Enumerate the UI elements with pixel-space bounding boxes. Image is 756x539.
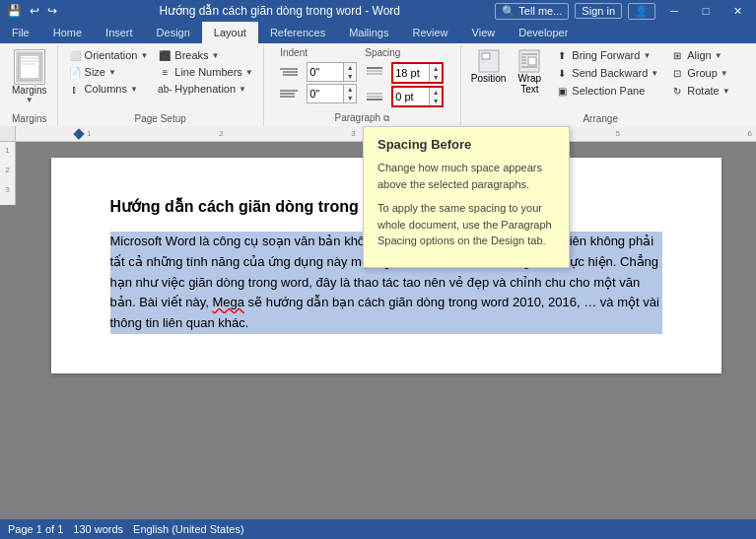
selection-pane-button[interactable]: ▣ Selection Pane <box>551 83 662 99</box>
size-arrow: ▼ <box>108 68 116 77</box>
undo-qat-button[interactable]: ↩ <box>27 3 42 19</box>
spacing-after-down[interactable]: ▼ <box>430 97 442 105</box>
margins-label: Margins <box>12 85 47 96</box>
sign-in-button[interactable]: Sign in <box>575 3 622 19</box>
hyphenation-arrow: ▼ <box>239 85 246 94</box>
line-numbers-button[interactable]: ≡ Line Numbers ▼ <box>154 64 256 80</box>
indent-right-icon <box>280 88 300 98</box>
ruler-n5: 5 <box>615 129 619 138</box>
margins-group-label: Margins <box>2 113 57 124</box>
indent-right-down[interactable]: ▼ <box>344 94 356 102</box>
send-backward-icon: ⬇ <box>555 66 569 80</box>
columns-label: Columns <box>85 83 127 95</box>
send-backward-button[interactable]: ⬇ Send Backward ▼ <box>551 65 662 81</box>
spacing-before-spinners: ▲ ▼ <box>429 64 442 82</box>
position-icon <box>477 49 501 73</box>
ruler-n3: 3 <box>351 129 355 138</box>
spacing-after-row: ▲ ▼ <box>365 86 444 107</box>
align-label: Align <box>687 49 711 61</box>
send-backward-arrow: ▼ <box>651 69 658 78</box>
tab-file[interactable]: File <box>0 22 41 43</box>
rotate-arrow: ▼ <box>722 87 730 96</box>
save-qat-button[interactable]: 💾 <box>4 3 25 19</box>
tab-layout[interactable]: Layout <box>202 22 258 43</box>
margins-dropdown-arrow: ▼ <box>26 96 34 104</box>
spacing-before-up[interactable]: ▲ <box>430 64 442 73</box>
breaks-button[interactable]: ⬛ Breaks ▼ <box>154 47 256 63</box>
minimize-button[interactable]: ─ <box>659 2 689 20</box>
position-button[interactable]: Position <box>467 47 511 86</box>
spacing-label: Spacing <box>365 47 444 58</box>
user-area: 🔍 Tell me... Sign in 👤 <box>495 3 659 20</box>
document-title: Hướng dẫn cách giãn dòng trong word - Wo… <box>64 4 495 18</box>
paragraph-group-label: Paragraph ⧉ <box>264 112 460 124</box>
indent-left-input[interactable] <box>308 65 343 79</box>
paragraph-dialog-launcher[interactable]: ⧉ <box>383 113 389 123</box>
indent-left-down[interactable]: ▼ <box>344 72 356 81</box>
spacing-after-label <box>365 91 388 102</box>
tab-mailings[interactable]: Mailings <box>337 22 400 43</box>
orientation-arrow: ▼ <box>140 51 148 60</box>
wrap-text-button[interactable]: WrapText <box>512 47 547 97</box>
columns-button[interactable]: ⫿ Columns ▼ <box>64 81 153 97</box>
tab-view[interactable]: View <box>460 22 508 43</box>
tab-developer[interactable]: Developer <box>507 22 580 43</box>
tab-home[interactable]: Home <box>41 22 94 43</box>
group-button[interactable]: ⊡ Group ▼ <box>666 65 733 81</box>
indent-right-input[interactable] <box>308 87 343 101</box>
left-ruler-area: 1 2 3 <box>0 126 16 519</box>
indent-left-input-group: ▲ ▼ <box>307 62 357 82</box>
spacing-before-row: ▲ ▼ <box>365 62 444 84</box>
maximize-button[interactable]: □ <box>691 2 721 20</box>
size-button[interactable]: 📄 Size ▼ <box>64 64 153 80</box>
ruler-tab-marker <box>73 128 84 139</box>
position-svg <box>478 49 500 73</box>
page-setup-buttons-2: ⬛ Breaks ▼ ≡ Line Numbers ▼ ab‐ Hyphenat… <box>154 47 256 110</box>
spacing-before-input[interactable] <box>393 66 429 80</box>
spacing-after-up[interactable]: ▲ <box>430 88 442 97</box>
tab-design[interactable]: Design <box>145 22 202 43</box>
tooltip-title: Spacing Before <box>378 137 555 152</box>
page-setup-group-label: Page Setup <box>58 113 263 124</box>
hyphenation-button[interactable]: ab‐ Hyphenation ▼ <box>154 81 256 97</box>
orientation-button[interactable]: ⬜ Orientation ▼ <box>64 47 153 63</box>
align-button[interactable]: ⊞ Align ▼ <box>666 47 733 63</box>
tab-insert[interactable]: Insert <box>94 22 145 43</box>
mega-link: Mega <box>212 295 244 309</box>
ribbon-content: Margins ▼ Margins ⬜ Orientation ▼ 📄 Size <box>0 43 756 126</box>
bring-forward-button[interactable]: ⬆ Bring Forward ▼ <box>551 47 662 63</box>
bring-forward-icon: ⬆ <box>555 48 569 62</box>
ruler-n6: 6 <box>748 129 752 138</box>
group-label: Group <box>687 67 718 79</box>
tell-me-button[interactable]: 🔍 Tell me... <box>495 3 569 20</box>
spacing-before-down[interactable]: ▼ <box>430 73 442 82</box>
spacing-section: Spacing ▲ <box>365 47 444 107</box>
ruler-corner <box>0 126 16 142</box>
margins-button[interactable]: Margins ▼ <box>8 47 51 106</box>
position-label: Position <box>471 73 507 84</box>
rotate-button[interactable]: ↻ Rotate ▼ <box>666 83 733 99</box>
indent-right-label <box>280 88 304 100</box>
close-button[interactable]: ✕ <box>722 2 752 20</box>
app-window: 💾 ↩ ↪ Hướng dẫn cách giãn dòng trong wor… <box>0 0 756 539</box>
spacing-after-input-group: ▲ ▼ <box>391 86 444 107</box>
tab-references[interactable]: References <box>258 22 337 43</box>
big-buttons-row: Position <box>467 47 548 97</box>
spacing-after-input[interactable] <box>393 90 429 103</box>
user-avatar[interactable]: 👤 <box>628 3 655 20</box>
breaks-icon: ⬛ <box>158 48 172 62</box>
paragraph-label-text: Paragraph <box>334 112 380 123</box>
selection-pane-icon: ▣ <box>555 84 569 98</box>
hyphenation-icon: ab‐ <box>158 82 172 96</box>
tab-review[interactable]: Review <box>401 22 460 43</box>
orientation-icon: ⬜ <box>68 48 82 62</box>
indent-left-up[interactable]: ▲ <box>344 63 356 72</box>
ruler-mark-3: 3 <box>0 185 15 205</box>
ruler-n2: 2 <box>219 129 223 138</box>
rotate-label: Rotate <box>687 85 719 97</box>
redo-qat-button[interactable]: ↪ <box>44 3 60 19</box>
indent-label: Indent <box>280 47 357 58</box>
svg-rect-21 <box>528 57 536 65</box>
indent-right-up[interactable]: ▲ <box>344 85 356 94</box>
breaks-arrow: ▼ <box>212 51 220 60</box>
